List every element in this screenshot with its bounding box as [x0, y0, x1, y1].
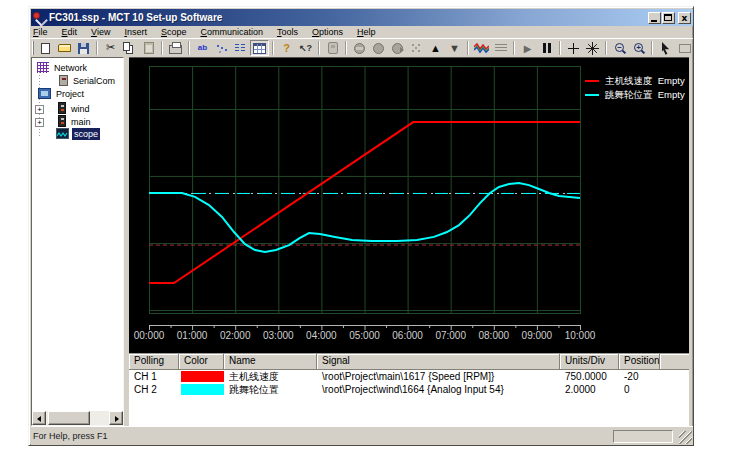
resize-grip[interactable]	[679, 431, 692, 444]
col-polling[interactable]: Polling	[129, 354, 179, 370]
write-to-drive-icon	[392, 43, 403, 54]
help-button[interactable]: ?	[277, 40, 296, 56]
toolbar-separator	[651, 41, 653, 55]
parameter-names-button[interactable]: ab	[193, 40, 212, 56]
toolbar-separator	[559, 41, 561, 55]
table-row-ch1[interactable]: CH 1 主机线速度 \root\Project\main\1617 {Spee…	[129, 370, 689, 383]
legend-ch1: 主机线速度 Empty	[585, 74, 685, 88]
drive-icon	[58, 115, 66, 127]
zoom-in-button[interactable]: +	[629, 40, 648, 56]
menu-tools[interactable]: Tools	[277, 27, 298, 37]
zoom-out-button[interactable]: −	[610, 40, 629, 56]
menu-help[interactable]: Help	[357, 27, 376, 37]
col-signal[interactable]: Signal	[317, 354, 560, 370]
col-position[interactable]: Position	[619, 354, 660, 370]
menu-view[interactable]: View	[91, 27, 110, 37]
cut-button[interactable]: ✂	[101, 40, 120, 56]
table-row-ch2[interactable]: CH 2 跳舞轮位置 \root\Project\wind\1664 {Anal…	[129, 383, 689, 396]
toolbar-grip[interactable]	[32, 41, 34, 55]
menu-scope[interactable]: Scope	[161, 27, 187, 37]
ch2-color-swatch	[181, 384, 224, 395]
status-pane	[613, 430, 673, 443]
scope-icon	[56, 128, 69, 139]
parameter-list-button[interactable]	[231, 40, 250, 56]
menu-communication[interactable]: Communication	[200, 27, 263, 37]
tree-item-main[interactable]: main	[58, 115, 93, 128]
menu-options[interactable]: Options	[312, 27, 343, 37]
col-name[interactable]: Name	[224, 354, 317, 370]
scope-view[interactable]: 00:00001:00002:00003:00004:00005:00006:0…	[129, 57, 689, 426]
sync-button[interactable]	[407, 40, 426, 56]
zoom-cursor-button[interactable]	[583, 40, 602, 56]
channel-table-header: Polling Color Name Signal Units/Div Posi…	[129, 354, 689, 370]
scope-waveform-button[interactable]	[472, 40, 491, 56]
zoom-out-icon: −	[613, 42, 626, 55]
maximize-button[interactable]	[662, 12, 675, 24]
col-units-div[interactable]: Units/Div	[560, 354, 619, 370]
ch1-signal: \root\Project\main\1617 {Speed [RPM]}	[317, 371, 560, 382]
drive-device-button[interactable]	[323, 40, 342, 56]
ch2-units-div: 2.0000	[560, 384, 619, 395]
window-title: FC301.ssp - MCT 10 Set-up Software	[49, 12, 222, 23]
x-tick-label: 02:000	[220, 330, 251, 341]
expand-main[interactable]: +	[35, 118, 44, 127]
context-help-button[interactable]: ↖?	[296, 40, 315, 56]
write-down-button[interactable]: ▼	[445, 40, 464, 56]
sync-icon	[411, 43, 422, 54]
col-color[interactable]: Color	[179, 354, 224, 370]
ch2-polling: CH 2	[129, 384, 179, 395]
new-document-button[interactable]	[36, 40, 55, 56]
read-from-drive-button[interactable]: ▲	[426, 40, 445, 56]
tree-item-serialcom[interactable]: SerialCom	[59, 75, 117, 87]
save-file-button[interactable]	[74, 40, 93, 56]
rectangle-select-button[interactable]	[675, 40, 693, 56]
scope-chart[interactable]: 00:00001:00002:00003:00004:00005:00006:0…	[129, 58, 689, 353]
project-tree-panel: Network SerialCom Project + wind + main …	[31, 57, 124, 426]
menu-edit[interactable]: Edit	[62, 27, 78, 37]
chart-legend: 主机线速度 Empty 跳舞轮位置 Empty	[585, 74, 685, 102]
tree-item-wind[interactable]: wind	[58, 102, 92, 115]
tree-item-network[interactable]: Network	[37, 62, 89, 74]
copy-button[interactable]	[120, 40, 139, 56]
scroll-left-button[interactable]	[32, 411, 46, 425]
parameter-grid-button[interactable]	[250, 40, 269, 56]
close-button[interactable]: x	[678, 12, 691, 24]
scrollbar-thumb[interactable]	[48, 411, 90, 425]
tree-item-project[interactable]: Project	[38, 88, 86, 100]
minimize-button[interactable]	[648, 12, 661, 24]
x-tick-label: 05:000	[349, 330, 380, 341]
pointer-button[interactable]	[656, 40, 675, 56]
app-window: FC301.ssp - MCT 10 Set-up Software x Fil…	[28, 6, 694, 446]
copy-icon	[123, 42, 130, 51]
toolbar-separator	[188, 41, 190, 55]
menu-file[interactable]: File	[33, 27, 48, 37]
expand-wind[interactable]: +	[35, 105, 44, 114]
stop-drive-button[interactable]	[350, 40, 369, 56]
scope-channels-icon	[495, 44, 507, 52]
open-file-icon	[58, 44, 71, 52]
tree-item-scope[interactable]: scope	[56, 128, 100, 140]
pause-scope-button[interactable]	[537, 40, 556, 56]
x-tick-label: 07:000	[435, 330, 466, 341]
print-icon	[169, 45, 182, 54]
start-scope-button[interactable]: ▶	[518, 40, 537, 56]
drive-device-icon	[328, 42, 338, 54]
menu-insert[interactable]: Insert	[124, 27, 147, 37]
ch1-color-swatch	[181, 371, 224, 382]
tree-horizontal-scrollbar[interactable]	[32, 411, 123, 425]
write-down-icon: ▼	[449, 42, 460, 54]
x-tick-label: 06:000	[392, 330, 423, 341]
x-tick-label: 10:000	[565, 330, 596, 341]
scroll-right-button[interactable]	[109, 411, 123, 425]
reset-drive-button[interactable]	[369, 40, 388, 56]
drive-icon	[58, 102, 66, 114]
open-file-button[interactable]	[55, 40, 74, 56]
connection-points-button[interactable]	[212, 40, 231, 56]
scope-channels-button[interactable]	[491, 40, 510, 56]
paste-button[interactable]	[139, 40, 158, 56]
tracking-cursor-button[interactable]	[564, 40, 583, 56]
write-to-drive-button[interactable]	[388, 40, 407, 56]
print-button[interactable]	[166, 40, 185, 56]
ch2-position: 0	[619, 384, 660, 395]
maximize-icon	[664, 14, 672, 21]
